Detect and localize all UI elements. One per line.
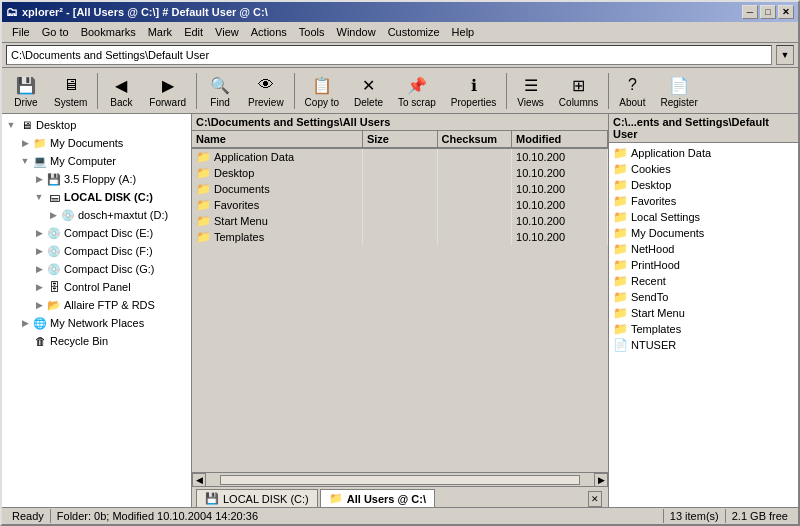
close-tab-button[interactable]: ✕ — [588, 491, 602, 507]
table-row[interactable]: 📁 Start Menu 10.10.200 — [192, 213, 608, 229]
toolbar-btn-preview[interactable]: 👁 Preview — [241, 70, 291, 111]
scroll-left-btn[interactable]: ◀ — [192, 473, 206, 487]
tree-item-compact-g[interactable]: ▶ 💿 Compact Disc (G:) — [30, 260, 191, 278]
right-list-item[interactable]: 📁 PrintHood — [609, 257, 798, 273]
toolbar-btn-drive[interactable]: 💾 Drive — [6, 70, 46, 111]
toolbar-label-properties: Properties — [451, 97, 497, 108]
tree-item-local-disk-c[interactable]: ▼ 🖴 LOCAL DISK (C:) — [30, 188, 191, 206]
address-bar: ▼ — [2, 43, 798, 68]
tree-item-floppy[interactable]: ▶ 💾 3.5 Floppy (A:) — [30, 170, 191, 188]
right-list-item[interactable]: 📁 SendTo — [609, 289, 798, 305]
close-button[interactable]: ✕ — [778, 5, 794, 19]
toolbar-btn-views[interactable]: ☰ Views — [510, 70, 551, 111]
toolbar-btn-back[interactable]: ◀ Back — [101, 70, 141, 111]
maximize-button[interactable]: □ — [760, 5, 776, 19]
col-size[interactable]: Size — [362, 131, 437, 148]
tree-item-my-documents[interactable]: ▶ 📁 My Documents — [16, 134, 191, 152]
toolbar-btn-columns[interactable]: ⊞ Columns — [552, 70, 605, 111]
tree-item-allaire[interactable]: ▶ 📂 Allaire FTP & RDS — [30, 296, 191, 314]
expand-compact-e[interactable]: ▶ — [32, 226, 46, 240]
col-modified[interactable]: Modified — [512, 131, 608, 148]
toolbar-btn-forward[interactable]: ▶ Forward — [142, 70, 193, 111]
file-table[interactable]: Name Size Checksum Modified 📁 Applicatio… — [192, 131, 608, 472]
toolbar-btn-to-scrap[interactable]: 📌 To scrap — [391, 70, 443, 111]
cell-size — [362, 229, 437, 245]
expand-my-documents[interactable]: ▶ — [18, 136, 32, 150]
menu-item-tools[interactable]: Tools — [293, 24, 331, 40]
right-list-item[interactable]: 📁 Favorites — [609, 193, 798, 209]
scroll-right-btn[interactable]: ▶ — [594, 473, 608, 487]
right-list-item[interactable]: 📁 Recent — [609, 273, 798, 289]
table-row[interactable]: 📁 Favorites 10.10.200 — [192, 197, 608, 213]
menu-item-window[interactable]: Window — [331, 24, 382, 40]
expand-compact-f[interactable]: ▶ — [32, 244, 46, 258]
local-disk-c-icon: 🖴 — [46, 189, 62, 205]
table-row[interactable]: 📁 Desktop 10.10.200 — [192, 165, 608, 181]
right-list-item[interactable]: 📁 Templates — [609, 321, 798, 337]
right-item-icon: 📁 — [613, 210, 628, 224]
tree-label-network-places: My Network Places — [50, 317, 144, 329]
tree-item-desktop[interactable]: ▼ 🖥 Desktop — [2, 116, 191, 134]
table-row[interactable]: 📁 Application Data 10.10.200 — [192, 148, 608, 165]
toolbar-btn-properties[interactable]: ℹ Properties — [444, 70, 504, 111]
col-checksum[interactable]: Checksum — [437, 131, 512, 148]
table-row[interactable]: 📁 Documents 10.10.200 — [192, 181, 608, 197]
right-list-item[interactable]: 📁 Start Menu — [609, 305, 798, 321]
expand-my-computer[interactable]: ▼ — [18, 154, 32, 168]
menu-item-go-to[interactable]: Go to — [36, 24, 75, 40]
tab-local-disk[interactable]: 💾 LOCAL DISK (C:) — [196, 489, 318, 507]
right-list-item[interactable]: 📁 Cookies — [609, 161, 798, 177]
address-dropdown[interactable]: ▼ — [776, 45, 794, 65]
right-item-label: PrintHood — [631, 259, 680, 271]
middle-panel: C:\Documents and Settings\All Users Name… — [192, 114, 608, 507]
address-input[interactable] — [6, 45, 772, 65]
menu-item-file[interactable]: File — [6, 24, 36, 40]
tree-item-my-computer[interactable]: ▼ 💻 My Computer — [16, 152, 191, 170]
right-list-item[interactable]: 📁 Application Data — [609, 145, 798, 161]
tree-item-compact-f[interactable]: ▶ 💿 Compact Disc (F:) — [30, 242, 191, 260]
menu-item-mark[interactable]: Mark — [142, 24, 178, 40]
expand-dosch[interactable]: ▶ — [46, 208, 60, 222]
right-list-item[interactable]: 📁 NetHood — [609, 241, 798, 257]
expand-recycle-bin[interactable] — [18, 334, 32, 348]
menu-item-view[interactable]: View — [209, 24, 245, 40]
menu-item-bookmarks[interactable]: Bookmarks — [75, 24, 142, 40]
tree-label-compact-e: Compact Disc (E:) — [64, 227, 153, 239]
right-list-item[interactable]: 📁 Desktop — [609, 177, 798, 193]
menu-item-customize[interactable]: Customize — [382, 24, 446, 40]
toolbar-btn-copy-to[interactable]: 📋 Copy to — [298, 70, 346, 111]
minimize-button[interactable]: ─ — [742, 5, 758, 19]
cell-modified: 10.10.200 — [512, 165, 608, 181]
status-ready: Ready — [6, 509, 51, 523]
cell-name: 📁 Start Menu — [192, 213, 362, 229]
col-name[interactable]: Name — [192, 131, 362, 148]
expand-desktop[interactable]: ▼ — [4, 118, 18, 132]
toolbar-btn-delete[interactable]: ✕ Delete — [347, 70, 390, 111]
tab-all-users[interactable]: 📁 All Users @ C:\ — [320, 489, 435, 507]
toolbar-btn-find[interactable]: 🔍 Find — [200, 70, 240, 111]
expand-compact-g[interactable]: ▶ — [32, 262, 46, 276]
expand-local-disk-c[interactable]: ▼ — [32, 190, 46, 204]
tree-item-control-panel[interactable]: ▶ 🗄 Control Panel — [30, 278, 191, 296]
tree-item-recycle-bin[interactable]: 🗑 Recycle Bin — [16, 332, 191, 350]
recycle-bin-icon: 🗑 — [32, 333, 48, 349]
menu-item-help[interactable]: Help — [446, 24, 481, 40]
right-item-label: Start Menu — [631, 307, 685, 319]
tree-item-compact-e[interactable]: ▶ 💿 Compact Disc (E:) — [30, 224, 191, 242]
right-list-item[interactable]: 📁 Local Settings — [609, 209, 798, 225]
tree-item-dosch[interactable]: ▶ 💿 dosch+maxtut (D:) — [44, 206, 191, 224]
expand-allaire[interactable]: ▶ — [32, 298, 46, 312]
tree-item-network-places[interactable]: ▶ 🌐 My Network Places — [16, 314, 191, 332]
right-list-item[interactable]: 📄 NTUSER — [609, 337, 798, 353]
right-list-item[interactable]: 📁 My Documents — [609, 225, 798, 241]
expand-network-places[interactable]: ▶ — [18, 316, 32, 330]
menu-item-edit[interactable]: Edit — [178, 24, 209, 40]
expand-control-panel[interactable]: ▶ — [32, 280, 46, 294]
expand-floppy[interactable]: ▶ — [32, 172, 46, 186]
horizontal-scrollbar[interactable]: ◀ ▶ — [192, 472, 608, 486]
toolbar-btn-register[interactable]: 📄 Register — [653, 70, 704, 111]
toolbar-btn-about[interactable]: ? About — [612, 70, 652, 111]
toolbar-btn-system[interactable]: 🖥 System — [47, 70, 94, 111]
menu-item-actions[interactable]: Actions — [245, 24, 293, 40]
table-row[interactable]: 📁 Templates 10.10.200 — [192, 229, 608, 245]
